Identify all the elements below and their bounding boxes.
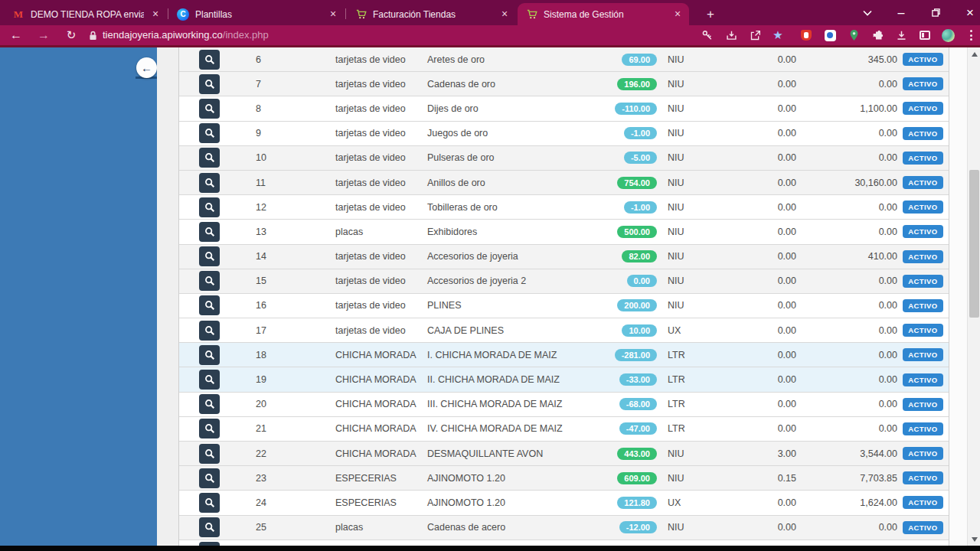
table-row: 12 tarjetas de video Tobilleras de oro -… (179, 195, 949, 220)
tab-close-icon[interactable]: × (327, 8, 339, 21)
category-cell: CHICHA MORADA (302, 399, 400, 409)
cost-cell: 0.15 (721, 473, 796, 484)
search-button[interactable] (199, 493, 220, 513)
star-bookmark-icon[interactable]: ★ (768, 27, 788, 44)
unit-cell: UX (662, 325, 721, 336)
tab-close-icon[interactable]: × (149, 8, 162, 21)
product-cell: Aretes de oro (400, 54, 591, 65)
scroll-down-button[interactable] (968, 533, 980, 546)
tab-gmail[interactable]: M DEMO TIENDA ROPA enviado co × (5, 3, 167, 25)
unit-cell: LTR (662, 399, 721, 409)
search-button[interactable] (199, 468, 220, 488)
minimize-button[interactable]: – (886, 0, 916, 25)
table-body: 6 tarjetas de video Aretes de oro 69.00 … (179, 47, 949, 546)
search-button[interactable] (199, 419, 220, 439)
table-row: 8 tarjetas de video Dijes de oro -110.00… (179, 96, 949, 121)
category-cell: tarjetas de video (302, 103, 400, 114)
camera-extension-icon[interactable] (820, 27, 840, 44)
search-button[interactable] (199, 246, 220, 266)
lock-icon (83, 27, 103, 44)
collapse-sidebar-button[interactable]: ← (136, 57, 157, 78)
qty-badge: -5.00 (624, 152, 657, 164)
search-button[interactable] (199, 517, 220, 537)
status-badge: ACTIVO (903, 152, 942, 165)
table-row: 21 CHICHA MORADA IV. CHICHA MORADA DE MA… (179, 417, 949, 442)
adblock-extension-icon[interactable] (796, 27, 816, 44)
cost-cell: 0.00 (721, 54, 796, 65)
pin-extension-icon[interactable] (844, 27, 864, 44)
reload-button[interactable]: ↻ (61, 27, 81, 44)
tab-plantillas[interactable]: C Plantillas × (169, 3, 345, 25)
search-button[interactable] (199, 370, 220, 390)
search-button[interactable] (199, 50, 220, 70)
back-button[interactable]: ← (6, 27, 26, 44)
search-button[interactable] (199, 394, 220, 414)
search-button[interactable] (199, 74, 220, 94)
product-cell: Accesorios de joyeria (400, 251, 591, 262)
qty-badge: -1.00 (624, 127, 657, 139)
unit-cell: NIU (662, 522, 721, 533)
product-table: 6 tarjetas de video Aretes de oro 69.00 … (178, 47, 949, 546)
cost-cell: 0.00 (721, 300, 796, 311)
product-cell: Tobilleras de oro (400, 202, 591, 213)
restore-button[interactable] (920, 0, 951, 25)
search-button[interactable] (199, 123, 220, 143)
search-button[interactable] (199, 271, 220, 291)
unit-cell: NIU (662, 448, 721, 459)
scrollbar-thumb[interactable] (969, 170, 979, 318)
chevron-down-icon[interactable] (852, 0, 883, 25)
save-download-icon[interactable] (721, 27, 741, 44)
search-icon (204, 226, 216, 238)
search-button[interactable] (199, 173, 220, 193)
tab-close-icon[interactable]: × (498, 8, 511, 21)
search-icon (204, 349, 216, 361)
table-row: 19 CHICHA MORADA II. CHICHA MORADA DE MA… (179, 367, 949, 392)
row-number: 23 (228, 473, 302, 484)
search-button[interactable] (199, 197, 220, 217)
url-bar[interactable]: tiendajoyeria.apiworking.co/index.php (103, 29, 269, 41)
puzzle-extensions-icon[interactable] (867, 27, 887, 44)
search-button[interactable] (199, 99, 220, 119)
forward-button[interactable]: → (34, 27, 54, 44)
status-badge: ACTIVO (903, 299, 942, 312)
search-button[interactable] (199, 222, 220, 242)
product-cell: Accesorios de joyeria 2 (400, 276, 591, 286)
search-icon (204, 103, 216, 115)
product-cell: I. CHICHA MORADA DE MAIZ (400, 350, 591, 360)
search-button[interactable] (199, 148, 220, 168)
tab-facturacion[interactable]: Facturación Tiendas × (347, 3, 516, 25)
search-button[interactable] (199, 321, 220, 341)
search-icon (204, 398, 216, 410)
downloads-icon[interactable] (891, 27, 911, 44)
cost-cell: 0.00 (721, 152, 796, 163)
scroll-up-button[interactable] (968, 47, 980, 60)
close-button[interactable]: × (955, 0, 980, 25)
new-tab-button[interactable]: + (701, 5, 720, 24)
cost-cell: 3.00 (721, 448, 796, 459)
tab-close-icon[interactable]: × (671, 8, 684, 21)
total-cell: 0.00 (796, 227, 897, 237)
screen: M DEMO TIENDA ROPA enviado co × C Planti… (0, 0, 980, 551)
status-badge: ACTIVO (903, 521, 942, 534)
product-cell: Exhibidores (400, 227, 591, 237)
menu-dots-icon[interactable] (961, 27, 980, 44)
table-row: 11 tarjetas de video Anillos de oro 754.… (179, 171, 949, 195)
row-number: 17 (228, 325, 302, 336)
cost-cell: 0.00 (721, 79, 796, 90)
tab-sistema-gestion-active[interactable]: Sistema de Gestión × (518, 3, 689, 25)
search-button[interactable] (199, 295, 220, 315)
avatar[interactable] (938, 27, 958, 44)
share-icon[interactable] (745, 27, 765, 44)
search-button[interactable] (199, 345, 220, 365)
qty-badge: -281.00 (615, 349, 657, 361)
vertical-scrollbar[interactable] (967, 47, 980, 546)
row-number: 18 (228, 350, 302, 360)
cost-cell: 0.00 (721, 251, 796, 262)
category-cell: tarjetas de video (302, 54, 400, 65)
search-button[interactable] (199, 444, 220, 464)
status-badge: ACTIVO (903, 250, 942, 263)
table-row: 22 CHICHA MORADA DESMAQUILLANTE AVON 443… (179, 442, 949, 466)
sidebar-panel-icon[interactable] (915, 27, 935, 44)
key-icon[interactable] (697, 27, 717, 44)
unit-cell: NIU (662, 227, 721, 237)
